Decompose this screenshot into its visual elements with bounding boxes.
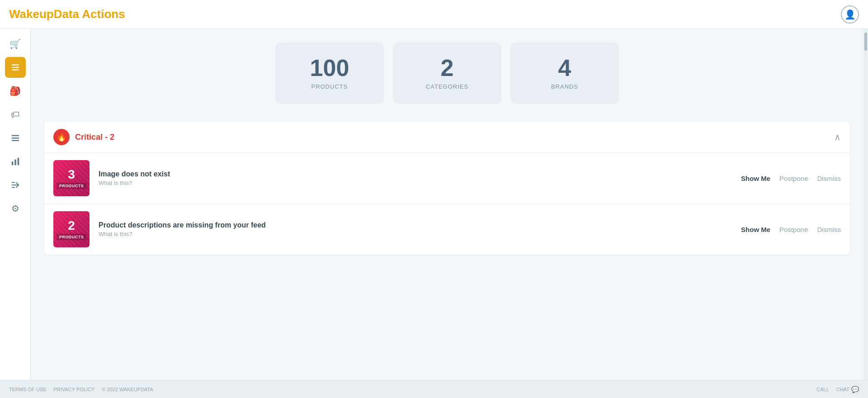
- action-item-description: 2 PRODUCTS Product descriptions are miss…: [44, 204, 850, 255]
- badge-number-image: 3: [68, 167, 75, 182]
- footer: TERMS OF USE PRIVACY POLICY © 2022 WAKEU…: [0, 380, 868, 398]
- sidebar-item-cart[interactable]: 🛒: [5, 33, 26, 54]
- app-title: WakeupData Actions: [9, 7, 125, 21]
- sidebar-item-tags[interactable]: 🏷: [5, 104, 26, 125]
- show-me-button-description[interactable]: Show Me: [741, 226, 770, 233]
- critical-title: Critical - 2: [75, 133, 114, 142]
- show-me-button-image[interactable]: Show Me: [741, 175, 770, 182]
- call-link[interactable]: CALL: [816, 387, 829, 392]
- critical-count: 2: [110, 133, 114, 142]
- critical-header[interactable]: 🔥 Critical - 2 ∧: [44, 122, 850, 153]
- filters-icon: [10, 62, 20, 72]
- terms-link[interactable]: TERMS OF USE: [9, 387, 47, 392]
- user-avatar[interactable]: 👤: [841, 5, 859, 24]
- main-content: 100 PRODUCTS 2 CATEGORIES 4 BRANDS 🔥: [31, 29, 863, 380]
- action-badge-description: 2 PRODUCTS: [53, 211, 90, 247]
- dismiss-button-image[interactable]: Dismiss: [817, 175, 841, 182]
- action-title-image: Image does not exist: [99, 170, 732, 178]
- critical-icon: 🔥: [53, 129, 70, 145]
- badge-label-image: PRODUCTS: [57, 183, 87, 189]
- main-layout: 🛒 🎒 🏷: [0, 29, 868, 380]
- stat-card-brands: 4 BRANDS: [510, 43, 619, 104]
- action-subtitle-description[interactable]: What is this?: [99, 231, 732, 237]
- action-title-description: Product descriptions are missing from yo…: [99, 221, 732, 229]
- chart-icon: [10, 156, 20, 166]
- footer-left: TERMS OF USE PRIVACY POLICY © 2022 WAKEU…: [9, 387, 153, 392]
- sidebar-item-chart[interactable]: [5, 151, 26, 172]
- action-info-description: Product descriptions are missing from yo…: [99, 221, 732, 237]
- svg-rect-7: [11, 137, 19, 138]
- postpone-button-description[interactable]: Postpone: [779, 226, 808, 233]
- chat-button[interactable]: CHAT 💬: [836, 386, 859, 393]
- stat-number-products: 100: [302, 56, 357, 80]
- stats-row: 100 PRODUCTS 2 CATEGORIES 4 BRANDS: [44, 38, 850, 108]
- action-info-image: Image does not exist What is this?: [99, 170, 732, 186]
- sidebar-item-settings[interactable]: ⚙: [5, 198, 26, 219]
- action-buttons-description: Show Me Postpone Dismiss: [741, 226, 841, 233]
- fire-icon: 🔥: [57, 132, 66, 142]
- svg-rect-11: [17, 158, 19, 166]
- scrollbar-track[interactable]: [863, 29, 868, 380]
- critical-title-text: Critical -: [75, 133, 110, 142]
- action-buttons-image: Show Me Postpone Dismiss: [741, 175, 841, 182]
- avatar-icon: 👤: [844, 9, 856, 20]
- scrollbar-thumb[interactable]: [864, 33, 867, 51]
- stat-label-products: PRODUCTS: [302, 83, 357, 90]
- svg-point-5: [14, 69, 15, 71]
- svg-rect-6: [11, 135, 19, 136]
- sidebar-item-filters[interactable]: [5, 57, 26, 78]
- action-badge-image: 3 PRODUCTS: [53, 160, 90, 196]
- sidebar-item-feed[interactable]: 🎒: [5, 81, 26, 101]
- stat-number-brands: 4: [538, 56, 592, 80]
- privacy-link[interactable]: PRIVACY POLICY: [54, 387, 95, 392]
- svg-point-3: [13, 64, 14, 66]
- collapse-chevron-icon[interactable]: ∧: [834, 132, 841, 142]
- dismiss-button-description[interactable]: Dismiss: [817, 226, 841, 233]
- export-icon: [10, 180, 20, 190]
- list-icon: [10, 133, 20, 143]
- badge-number-description: 2: [68, 218, 75, 233]
- chat-label: CHAT: [836, 387, 849, 392]
- stat-number-categories: 2: [420, 56, 474, 80]
- header: WakeupData Actions 👤: [0, 0, 868, 29]
- svg-rect-8: [11, 140, 19, 141]
- footer-right: CALL CHAT 💬: [816, 386, 859, 393]
- postpone-button-image[interactable]: Postpone: [779, 175, 808, 182]
- chat-icon: 💬: [851, 386, 859, 393]
- badge-label-description: PRODUCTS: [57, 234, 87, 240]
- svg-rect-9: [11, 161, 13, 165]
- title-prefix: WakeupData: [9, 7, 79, 21]
- svg-point-4: [16, 66, 18, 68]
- stat-card-products: 100 PRODUCTS: [275, 43, 384, 104]
- sidebar-item-list[interactable]: [5, 128, 26, 148]
- sidebar: 🛒 🎒 🏷: [0, 29, 31, 380]
- copyright-text: © 2022 WAKEUPDATA: [102, 387, 153, 392]
- critical-header-left: 🔥 Critical - 2: [53, 129, 114, 145]
- svg-rect-10: [14, 159, 16, 165]
- action-item-image: 3 PRODUCTS Image does not exist What is …: [44, 153, 850, 204]
- stat-card-categories: 2 CATEGORIES: [393, 43, 501, 104]
- stat-label-categories: CATEGORIES: [420, 83, 474, 90]
- title-suffix: Actions: [82, 7, 125, 21]
- critical-section: 🔥 Critical - 2 ∧ 3 PRODUCTS Image does n…: [44, 122, 850, 255]
- sidebar-item-export[interactable]: [5, 175, 26, 195]
- stat-label-brands: BRANDS: [538, 83, 592, 90]
- action-subtitle-image[interactable]: What is this?: [99, 180, 732, 186]
